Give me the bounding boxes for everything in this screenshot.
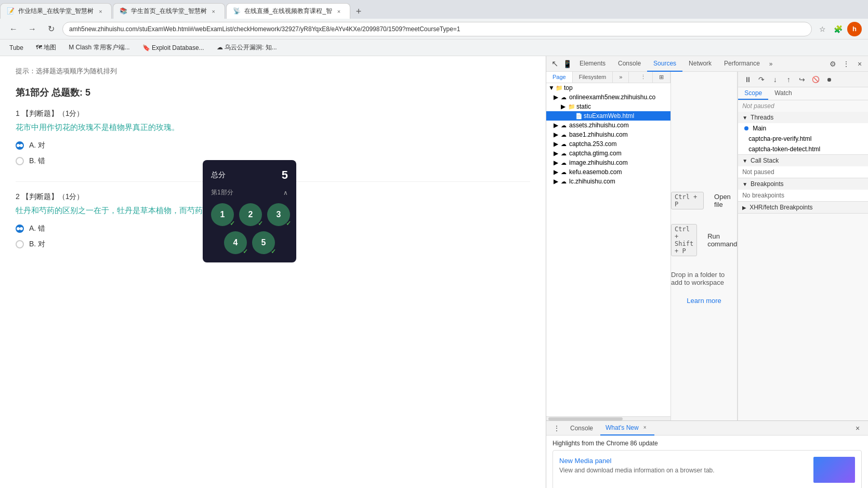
tab-2[interactable]: 📚 学生首页_在线学堂_智慧树 ×: [113, 3, 225, 19]
bottom-tab-console[interactable]: Console: [565, 421, 598, 436]
learn-more-link[interactable]: Learn more: [687, 297, 721, 305]
tree-item-base1[interactable]: ▶ ☁ base1.zhihuishu.com: [546, 130, 670, 139]
tab-console[interactable]: Console: [612, 56, 647, 72]
src-tab-filesystem[interactable]: Filesystem: [573, 72, 613, 83]
src-tab-more[interactable]: »: [613, 72, 629, 83]
tree-icon-top: 📁: [556, 85, 564, 91]
q2-option-a-label: A. 错: [29, 224, 45, 233]
score-circle-3[interactable]: 3✓: [267, 203, 290, 226]
thread-main[interactable]: Main: [738, 123, 868, 134]
bookmark-wuyun-label: ☁ 乌云公开漏洞: 知...: [217, 43, 277, 52]
sources-tree-scrollbar-h[interactable]: [546, 416, 670, 420]
tab-3[interactable]: 📡 在线直播_在线视频教育课程_智 ×: [226, 3, 350, 19]
threads-label: Threads: [751, 114, 773, 121]
tree-item-image[interactable]: ▶ ☁ image.zhihuishu.com: [546, 158, 670, 167]
bookmark-exploit[interactable]: 🔖 Exploit Database...: [139, 43, 207, 52]
thread-captcha-pre[interactable]: captcha-pre-verify.html: [738, 134, 868, 144]
q1-radio-a[interactable]: [16, 141, 24, 150]
shortcut2-action: Run command: [707, 232, 737, 248]
extensions-icon[interactable]: 🧩: [832, 23, 844, 35]
tab-network[interactable]: Network: [682, 56, 718, 72]
tree-label-static: static: [576, 103, 591, 110]
score-circle-5[interactable]: 5✓: [252, 231, 275, 254]
tab-scope[interactable]: Scope: [738, 87, 768, 100]
tree-item-domain1[interactable]: ▶ ☁ onlineexamh5new.zhihuishu.co: [546, 93, 670, 102]
more-tabs-btn[interactable]: »: [766, 60, 776, 68]
tree-item-static[interactable]: ▶ 📁 static: [546, 102, 670, 111]
devtools-more-btn[interactable]: ⋮: [840, 58, 852, 70]
tree-item-assets[interactable]: ▶ ☁ assets.zhihuishu.com: [546, 121, 670, 130]
score-circle-2[interactable]: 2✓: [239, 203, 262, 226]
tab-watch[interactable]: Watch: [768, 87, 798, 100]
tree-item-stuexam[interactable]: 📄 stuExamWeb.html: [546, 111, 670, 121]
threads-section: ▼ Threads Main captcha-pre-verify.html: [738, 112, 868, 155]
bookmark-wuyun[interactable]: ☁ 乌云公开漏洞: 知...: [214, 42, 280, 53]
tab-elements-label: Elements: [580, 60, 606, 67]
tab-1[interactable]: 📝 作业结果_在线学堂_智慧树 ×: [0, 3, 112, 19]
thread-captcha-pre-label: captcha-pre-verify.html: [748, 135, 811, 142]
debugger-panel: ⏸ ↷ ↓ ↑ ↪ 🚫 ⏺ Scope Watch: [738, 72, 868, 420]
tree-item-top[interactable]: ▼ 📁 top: [546, 83, 670, 93]
devtools-icon-inspect[interactable]: ↖: [548, 58, 561, 70]
debug-btn-pause[interactable]: ⏸: [742, 74, 754, 85]
debug-btn-stop-exception[interactable]: ⏺: [823, 74, 835, 85]
devtools-settings-btn[interactable]: ⚙: [826, 58, 839, 70]
tab-bar: 📝 作业结果_在线学堂_智慧树 × 📚 学生首页_在线学堂_智慧树 × 📡 在线…: [0, 0, 868, 19]
bottom-tab-whats-new[interactable]: What's New ×: [600, 421, 654, 436]
tab-performance[interactable]: Performance: [718, 56, 766, 72]
profile-icon[interactable]: h: [847, 22, 862, 36]
bookmark-tube[interactable]: Tube: [6, 43, 27, 52]
url-bar[interactable]: amh5new.zhihuishu.com/stuExamWeb.html#/w…: [62, 22, 812, 36]
breakpoints-header[interactable]: ▼ Breakpoints: [738, 178, 868, 190]
question-1-header: 1 【判断题】（1分）: [16, 109, 530, 118]
bookmark-map[interactable]: 🗺 地图: [33, 42, 59, 53]
bottom-menu-icon[interactable]: ⋮: [550, 422, 563, 434]
bookmark-clash[interactable]: M Clash 常用客户端...: [65, 42, 133, 53]
bottom-close-btn[interactable]: ×: [851, 422, 864, 434]
score-circle-4[interactable]: 4✓: [224, 231, 247, 254]
q2-radio-a[interactable]: [16, 225, 24, 233]
q2-option-b-label: B. 对: [29, 240, 45, 249]
sources-split-btn[interactable]: ⊞: [653, 72, 670, 83]
xhr-header[interactable]: ▶ XHR/fetch Breakpoints: [738, 202, 868, 213]
bookmark-icon[interactable]: ☆: [816, 23, 828, 35]
devtools-icon-device[interactable]: 📱: [561, 58, 573, 70]
tree-item-captchagtimg[interactable]: ▶ ☁ captcha.gtimg.com: [546, 149, 670, 158]
src-tab-page[interactable]: Page: [546, 72, 573, 83]
reload-btn[interactable]: ↻: [44, 22, 58, 36]
sources-tree-menu[interactable]: ⋮: [634, 72, 653, 83]
tab-elements[interactable]: Elements: [573, 56, 612, 72]
tab-sources[interactable]: Sources: [647, 56, 682, 72]
score-chevron[interactable]: ∧: [283, 189, 288, 196]
forward-btn[interactable]: →: [25, 22, 40, 36]
q1-option-a[interactable]: A. 对: [16, 141, 530, 150]
debug-btn-step-over[interactable]: ↷: [756, 74, 767, 85]
tree-label-top: top: [564, 84, 573, 91]
q2-radio-b[interactable]: [16, 240, 24, 248]
q1-radio-b[interactable]: [16, 157, 24, 165]
callstack-header[interactable]: ▼ Call Stack: [738, 155, 868, 166]
thread-captcha-token[interactable]: captcha-token-detect.html: [738, 144, 868, 154]
tree-item-captcha253[interactable]: ▶ ☁ captcha.253.com: [546, 139, 670, 149]
new-tab-btn[interactable]: +: [351, 4, 366, 19]
score-circle-1[interactable]: 1✓: [211, 203, 234, 226]
debug-btn-deactivate[interactable]: 🚫: [810, 74, 821, 85]
tab-3-close[interactable]: ×: [334, 7, 344, 16]
bookmark-map-label: 🗺 地图: [36, 43, 56, 52]
devtools-close-btn[interactable]: ×: [853, 58, 866, 70]
debug-btn-step-out[interactable]: ↑: [783, 74, 794, 85]
back-btn[interactable]: ←: [6, 22, 21, 36]
whats-new-close-btn[interactable]: ×: [641, 424, 649, 432]
callstack-label: Call Stack: [751, 157, 779, 164]
tab-2-close[interactable]: ×: [209, 7, 218, 16]
sources-panel: Page Filesystem » ⋮ ⊞ ▼ 📁 top: [546, 72, 868, 420]
main-area: 提示：选择题选项顺序为随机排列 第1部分 总题数: 5 1 【判断题】（1分） …: [0, 56, 868, 488]
tree-icon-captcha253: ☁: [561, 141, 569, 148]
debug-btn-step[interactable]: ↪: [796, 74, 808, 85]
tree-item-lc[interactable]: ▶ ☁ lc.zhihuishu.com: [546, 177, 670, 186]
question-1: 1 【判断题】（1分） 花市中用作切花的玫瑰不是植物界真正的玫瑰。 A. 对 B…: [16, 109, 530, 166]
tab-1-close[interactable]: ×: [96, 7, 105, 16]
threads-header[interactable]: ▼ Threads: [738, 112, 868, 123]
tree-item-kefu[interactable]: ▶ ☁ kefu.easemob.com: [546, 167, 670, 177]
debug-btn-step-into[interactable]: ↓: [769, 74, 781, 85]
